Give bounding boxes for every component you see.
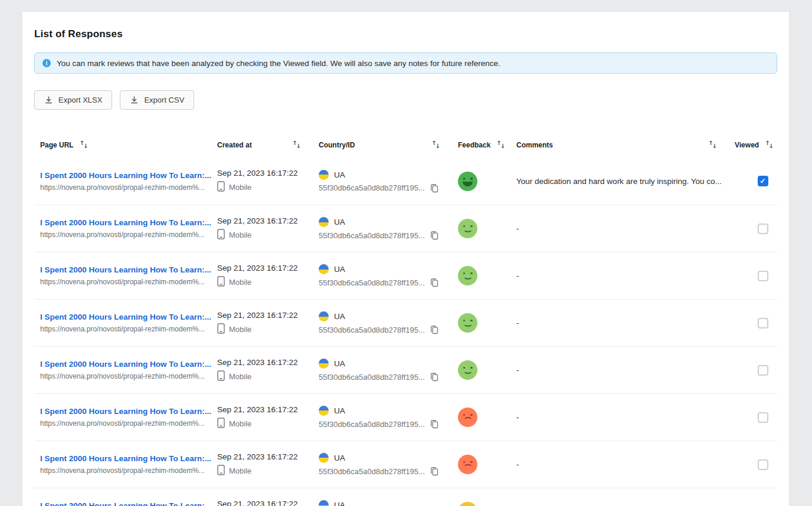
country-code: UA <box>334 265 345 274</box>
country-id-cell: UA 55f30db6ca5a0d8db278ff195... <box>319 264 458 287</box>
viewed-checkbox[interactable] <box>758 459 768 470</box>
copy-id-button[interactable] <box>430 372 439 382</box>
table-body: I Spent 2000 Hours Learning How To Learn… <box>34 157 777 506</box>
created-at-cell: Sep 21, 2023 16:17:22 Mobile <box>217 405 319 430</box>
page-url-text: https://novena.pro/novosti/propal-rezhim… <box>40 325 217 333</box>
page-url-link[interactable]: I Spent 2000 Hours Learning How To Learn… <box>40 171 217 180</box>
mobile-device-icon <box>217 323 225 336</box>
comments-cell: - <box>516 224 735 233</box>
column-header-feedback[interactable]: Feedback ↑↓ <box>458 141 516 149</box>
response-id: 55f30db6ca5a0d8db278ff195... <box>319 326 425 334</box>
viewed-checkbox[interactable] <box>758 365 768 376</box>
page-url-link[interactable]: I Spent 2000 Hours Learning How To Learn… <box>40 360 217 369</box>
page-url-cell: I Spent 2000 Hours Learning How To Learn… <box>34 360 217 380</box>
viewed-checkbox[interactable] <box>758 271 768 281</box>
comments-cell: - <box>516 271 735 280</box>
copy-id-button[interactable] <box>430 183 439 193</box>
viewed-cell <box>735 412 777 423</box>
viewed-cell <box>735 365 777 376</box>
sort-icon[interactable]: ↑↓ <box>765 142 772 148</box>
created-at-value: Sep 21, 2023 16:17:22 <box>217 169 319 178</box>
viewed-cell <box>735 318 777 328</box>
table-row: I Spent 2000 Hours Learning How To Learn… <box>34 488 777 506</box>
ukraine-flag-icon <box>319 217 329 227</box>
device-label: Mobile <box>229 419 251 428</box>
copy-id-button[interactable] <box>430 419 439 429</box>
mobile-device-icon <box>217 465 225 477</box>
device-label: Mobile <box>229 278 251 287</box>
page-url-link[interactable]: I Spent 2000 Hours Learning How To Learn… <box>40 218 217 227</box>
column-header-viewed[interactable]: Viewed ↑↓ <box>735 141 777 149</box>
page-url-text: https://novena.pro/novosti/propal-rezhim… <box>40 231 217 239</box>
feedback-cell <box>458 502 516 506</box>
page-url-link[interactable]: I Spent 2000 Hours Learning How To Learn… <box>40 407 217 416</box>
country-code: UA <box>334 312 345 321</box>
viewed-cell <box>735 459 777 470</box>
ukraine-flag-icon <box>319 264 329 274</box>
column-header-comments[interactable]: Comments ↑↓ <box>516 141 735 149</box>
created-at-value: Sep 21, 2023 16:17:22 <box>217 264 319 272</box>
sort-icon[interactable]: ↑↓ <box>431 142 439 148</box>
mobile-device-icon <box>217 276 225 288</box>
created-at-value: Sep 21, 2023 16:17:22 <box>217 358 319 367</box>
page-url-link[interactable]: I Spent 2000 Hours Learning How To Learn… <box>40 313 217 321</box>
comments-cell: - <box>516 318 735 327</box>
page-url-cell: I Spent 2000 Hours Learning How To Learn… <box>34 501 217 506</box>
page-url-link[interactable]: I Spent 2000 Hours Learning How To Learn… <box>40 454 217 463</box>
sort-icon[interactable]: ↑↓ <box>80 142 87 148</box>
export-xlsx-button[interactable]: Export XLSX <box>34 90 112 110</box>
device-label: Mobile <box>229 231 251 239</box>
feedback-emoji <box>458 266 477 285</box>
sort-icon[interactable]: ↑↓ <box>496 142 504 148</box>
viewed-checkbox[interactable] <box>758 318 768 328</box>
copy-id-button[interactable] <box>430 466 439 476</box>
created-at-value: Sep 21, 2023 16:17:22 <box>217 452 319 461</box>
mobile-device-icon <box>217 418 225 430</box>
page-url-cell: I Spent 2000 Hours Learning How To Learn… <box>34 265 217 286</box>
created-at-value: Sep 21, 2023 16:17:22 <box>217 216 319 225</box>
table-row: I Spent 2000 Hours Learning How To Learn… <box>34 346 777 393</box>
viewed-checkbox[interactable] <box>758 176 768 186</box>
download-icon <box>44 96 53 104</box>
comment-text: - <box>516 413 735 422</box>
responses-table: Page URL ↑↓ Created at ↑↓ Country/ID ↑↓ … <box>34 132 777 506</box>
created-at-cell: Sep 21, 2023 16:17:22 Mobile <box>217 311 319 336</box>
device-label: Mobile <box>229 466 251 475</box>
created-at-cell: Sep 21, 2023 16:17:22 Mobile <box>217 169 319 193</box>
page-url-cell: I Spent 2000 Hours Learning How To Learn… <box>34 218 217 239</box>
viewed-checkbox[interactable] <box>758 224 768 234</box>
response-id: 55f30db6ca5a0d8db278ff195... <box>319 420 425 429</box>
download-icon <box>130 96 139 104</box>
ukraine-flag-icon <box>319 406 329 416</box>
created-at-value: Sep 21, 2023 16:17:22 <box>217 500 319 506</box>
page-url-text: https://novena.pro/novosti/propal-rezhim… <box>40 183 217 192</box>
page-url-link[interactable]: I Spent 2000 Hours Learning How To Learn… <box>40 501 217 506</box>
country-id-cell: UA 55f30db6ca5a0d8db278ff195... <box>319 217 458 240</box>
column-header-created-at[interactable]: Created at ↑↓ <box>217 141 319 149</box>
feedback-emoji <box>458 172 477 191</box>
column-header-country-id[interactable]: Country/ID ↑↓ <box>319 141 458 149</box>
table-row: I Spent 2000 Hours Learning How To Learn… <box>34 441 777 488</box>
response-id: 55f30db6ca5a0d8db278ff195... <box>319 278 425 287</box>
sort-icon[interactable]: ↑↓ <box>292 142 300 148</box>
ukraine-flag-icon <box>319 170 329 180</box>
country-code: UA <box>334 501 345 506</box>
ukraine-flag-icon <box>319 359 329 369</box>
copy-id-button[interactable] <box>430 325 439 334</box>
column-header-page-url[interactable]: Page URL ↑↓ <box>34 141 217 149</box>
created-at-cell: Sep 21, 2023 16:17:22 Mobile <box>217 216 319 241</box>
sort-icon[interactable]: ↑↓ <box>708 142 716 148</box>
viewed-checkbox[interactable] <box>758 412 768 423</box>
feedback-cell <box>458 219 516 238</box>
feedback-cell <box>458 408 516 427</box>
device-label: Mobile <box>229 325 251 334</box>
device-label: Mobile <box>229 372 251 381</box>
page-url-link[interactable]: I Spent 2000 Hours Learning How To Learn… <box>40 265 217 274</box>
copy-id-button[interactable] <box>430 231 439 240</box>
ukraine-flag-icon <box>319 500 329 506</box>
comment-text: - <box>516 318 735 327</box>
export-xlsx-label: Export XLSX <box>58 96 102 104</box>
export-csv-button[interactable]: Export CSV <box>120 90 194 110</box>
responses-card: List of Responses i You can mark reviews… <box>22 12 789 506</box>
copy-id-button[interactable] <box>430 278 439 287</box>
